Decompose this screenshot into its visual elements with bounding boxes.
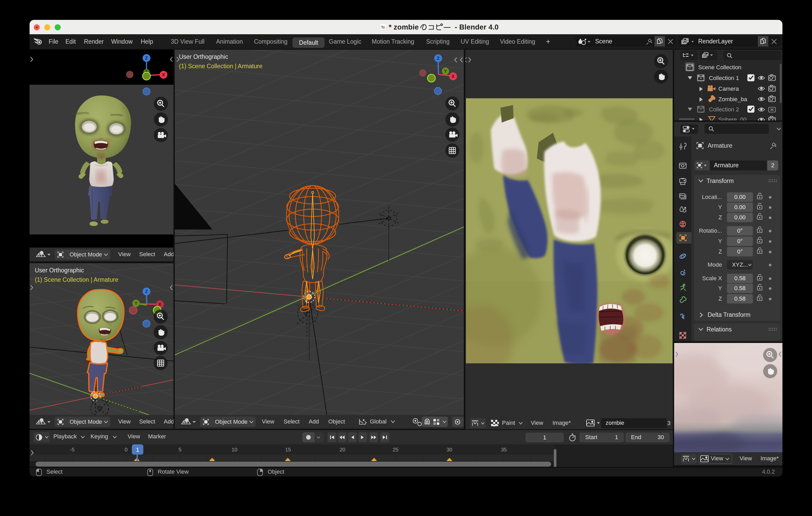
svg-text:10: 10 xyxy=(232,447,237,453)
svg-text:Z: Z xyxy=(145,289,148,294)
svg-text:X: X xyxy=(162,72,165,78)
svg-text:5: 5 xyxy=(178,447,181,453)
svg-text:Collection 1: Collection 1 xyxy=(709,75,739,81)
svg-text:Camera: Camera xyxy=(718,86,739,92)
svg-text:1: 1 xyxy=(136,447,139,453)
svg-text:Sphere_00: Sphere_00 xyxy=(718,116,747,121)
svg-text:35: 35 xyxy=(501,447,507,453)
svg-text:-5: -5 xyxy=(70,447,75,453)
svg-text:25: 25 xyxy=(393,447,399,453)
svg-text:Zombie_ba: Zombie_ba xyxy=(718,96,747,102)
svg-text:Y: Y xyxy=(444,69,447,74)
svg-text:Z: Z xyxy=(437,56,439,61)
svg-text:20: 20 xyxy=(340,447,345,453)
svg-text:Z: Z xyxy=(145,56,148,61)
svg-text:Y: Y xyxy=(135,301,138,306)
svg-text:X: X xyxy=(452,74,455,79)
svg-text:Collection 2: Collection 2 xyxy=(709,106,739,113)
svg-text:Scene Collection: Scene Collection xyxy=(698,64,742,70)
svg-text:30: 30 xyxy=(446,447,452,453)
svg-text:X: X xyxy=(158,302,162,307)
svg-text:0: 0 xyxy=(124,447,127,453)
svg-text:15: 15 xyxy=(285,447,291,453)
